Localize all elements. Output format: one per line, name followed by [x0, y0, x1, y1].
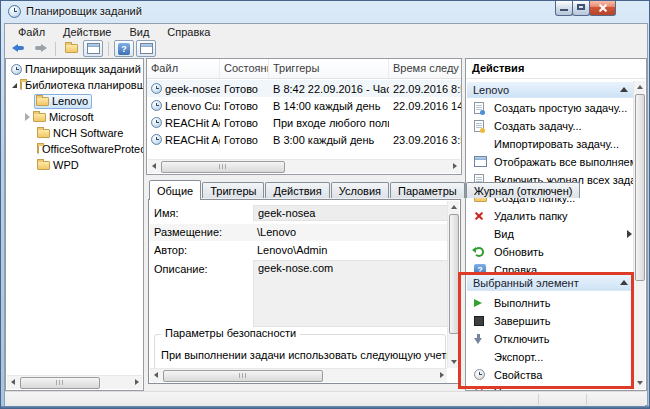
scrollbar-thumb[interactable] [161, 161, 285, 173]
action-run[interactable]: Выполнить [467, 294, 634, 311]
status-bar [5, 391, 645, 407]
tree-item-wpd[interactable]: WPD [6, 157, 143, 173]
maximize-button[interactable] [572, 1, 590, 16]
details-vertical-scrollbar[interactable] [447, 201, 459, 368]
tab-conditions[interactable]: Условия [331, 182, 389, 198]
task-trigger: При входе любого пользователя [269, 117, 389, 129]
title-bar[interactable]: Планировщик заданий [1, 1, 649, 23]
menu-action[interactable]: Действие [56, 26, 118, 38]
scroll-left-arrow[interactable] [7, 376, 18, 388]
minimize-button[interactable] [555, 1, 573, 16]
action-delete[interactable]: Удалить [467, 384, 634, 391]
column-header-next-run[interactable]: Время следу [389, 59, 461, 78]
tree-item-officesoftwareprotect[interactable]: OfficeSoftwareProtect [6, 141, 143, 157]
tree-item-nch-software[interactable]: NCH Software [6, 125, 143, 141]
scrollbar-thumb[interactable] [163, 370, 323, 382]
scroll-up-arrow[interactable] [448, 201, 459, 213]
section-header-label: Lenovo [473, 84, 509, 96]
triangle-down-icon [451, 360, 457, 364]
task-trigger: В 14:00 каждый день [269, 100, 389, 112]
column-header-state[interactable]: Состояние [220, 59, 269, 78]
task-state: Готово [220, 117, 269, 129]
scrollbar-thumb[interactable] [635, 94, 645, 281]
back-button[interactable] [8, 40, 28, 57]
scroll-right-arrow[interactable] [436, 369, 447, 381]
task-row-lenovo-customer[interactable]: Lenovo Cust... Готово В 14:00 каждый ден… [147, 97, 461, 114]
statusbar-divider [538, 394, 539, 405]
action-import-task[interactable]: Импортировать задачу... [467, 135, 634, 152]
tree-item-library[interactable]: Библиотека планировщ [6, 77, 143, 93]
action-refresh[interactable]: Обновить [467, 243, 634, 260]
menu-bar: Файл Действие Вид Справка [5, 24, 645, 39]
column-header-file[interactable]: Файл [147, 59, 220, 78]
show-action-pane-button[interactable] [136, 40, 156, 57]
export-list-button[interactable] [61, 40, 81, 57]
action-end[interactable]: Завершить [467, 312, 634, 329]
scroll-down-arrow[interactable] [634, 377, 645, 389]
triangle-down-icon [637, 381, 643, 385]
scrollbar-thumb[interactable] [20, 377, 100, 389]
folder-icon [65, 44, 78, 53]
scrollbar-thumb[interactable] [449, 214, 459, 334]
details-horizontal-scrollbar[interactable] [150, 368, 447, 382]
menu-view[interactable]: Вид [122, 26, 156, 38]
close-button[interactable] [589, 1, 616, 16]
clock-icon [11, 64, 22, 75]
close-icon [598, 3, 608, 13]
action-export[interactable]: Экспорт... [467, 348, 634, 365]
task-row-reachit-2[interactable]: REACHit Ag... Готово В 3:00 каждый день … [147, 131, 461, 148]
tab-general[interactable]: Общие [149, 180, 201, 200]
tree-item-label: Lenovo [52, 95, 88, 107]
scroll-left-arrow[interactable] [148, 160, 159, 172]
security-group-text: При выполнении задачи использовать следу… [161, 349, 461, 361]
tree-item-lenovo[interactable]: Lenovo [6, 93, 143, 109]
scroll-down-arrow[interactable] [448, 356, 459, 368]
scroll-up-arrow[interactable] [634, 81, 645, 93]
action-delete-folder[interactable]: Удалить папку [467, 207, 634, 224]
window-controls [556, 1, 616, 16]
menu-file[interactable]: Файл [11, 26, 52, 38]
tab-actions[interactable]: Действия [265, 182, 329, 198]
scroll-left-arrow[interactable] [150, 369, 161, 381]
action-create-task[interactable]: Создать задачу... [467, 117, 634, 134]
window-title: Планировщик заданий [26, 5, 142, 17]
action-create-basic-task[interactable]: Создать простую задачу... [467, 99, 634, 116]
expander-expanded-icon[interactable] [12, 83, 17, 88]
tab-history[interactable]: Журнал (отключен) [466, 182, 581, 198]
scroll-right-arrow[interactable] [449, 160, 460, 172]
toolbar [5, 39, 645, 59]
task-row-reachit-1[interactable]: REACHit Ag... Готово При входе любого по… [147, 114, 461, 131]
tree-item-scheduler-root[interactable]: Планировщик заданий (Лок [6, 61, 143, 77]
column-header-triggers[interactable]: Триггеры [269, 59, 389, 78]
menu-help[interactable]: Справка [160, 26, 217, 38]
task-file: REACHit Ag... [165, 134, 220, 146]
refresh-icon [474, 247, 484, 257]
tree-item-microsoft[interactable]: Microsoft [6, 109, 143, 125]
task-trigger: В 3:00 каждый день [269, 134, 389, 146]
action-disable[interactable]: Отключить [467, 330, 634, 347]
actions-vertical-scrollbar[interactable] [633, 81, 645, 389]
actions-section-selected-item[interactable]: Выбранный элемент [467, 274, 634, 291]
collapse-icon[interactable] [620, 280, 628, 285]
field-value-author: Lenovo\Admin [257, 244, 327, 256]
create-task-icon [474, 120, 484, 132]
show-console-tree-button[interactable] [83, 40, 103, 57]
scroll-right-arrow[interactable] [131, 376, 142, 388]
tab-triggers[interactable]: Триггеры [202, 182, 264, 198]
action-display-running-tasks[interactable]: Отображать все выполняемы... [467, 153, 634, 170]
forward-button[interactable] [30, 40, 50, 57]
task-list-horizontal-scrollbar[interactable] [148, 159, 460, 173]
triangle-left-icon [152, 163, 156, 169]
tree-item-label: NCH Software [53, 127, 123, 139]
tab-settings[interactable]: Параметры [390, 182, 465, 198]
action-view[interactable]: Вид [467, 225, 634, 242]
actions-section-lenovo[interactable]: Lenovo [467, 81, 634, 98]
help-button[interactable] [114, 40, 134, 57]
expander-collapsed-icon[interactable] [25, 113, 30, 121]
action-label: Импортировать задачу... [489, 138, 619, 150]
details-tabs: Общие Триггеры Действия Условия Параметр… [149, 180, 581, 200]
collapse-icon[interactable] [620, 87, 628, 92]
action-properties[interactable]: Свойства [467, 366, 634, 383]
tree-horizontal-scrollbar[interactable] [7, 375, 142, 389]
task-row-geek-nosea[interactable]: geek-nosea Готово В 8:42 22.09.2016 - Ча… [147, 80, 461, 97]
